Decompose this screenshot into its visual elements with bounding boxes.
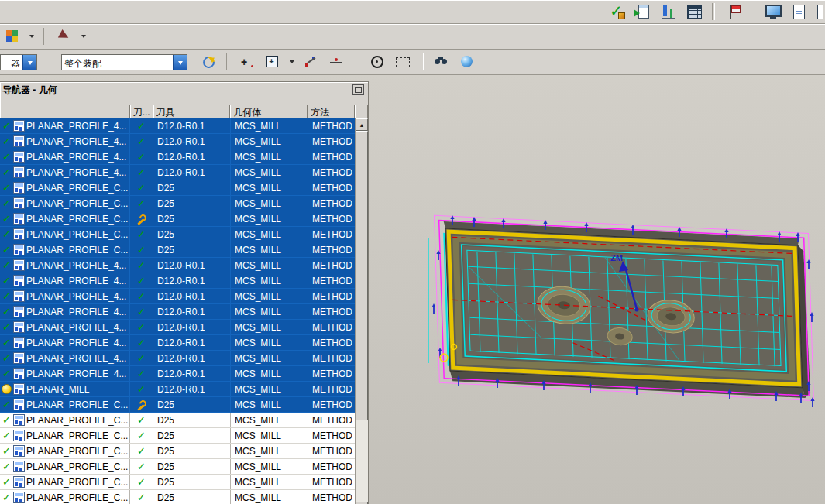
operation-name-cell[interactable]: PLANAR_PROFILE_C... bbox=[0, 413, 130, 427]
geometry-cell[interactable]: MCS_MILL bbox=[231, 227, 308, 242]
operation-name-cell[interactable]: PLANAR_PROFILE_C... bbox=[0, 227, 130, 242]
selection-scope-combo[interactable]: 整个装配 bbox=[61, 54, 187, 70]
toolpath-status-cell[interactable] bbox=[130, 475, 153, 489]
toolpath-status-cell[interactable] bbox=[130, 273, 153, 288]
method-cell[interactable]: METHOD bbox=[308, 227, 356, 242]
output-page-icon[interactable] bbox=[633, 2, 653, 21]
operation-name-cell[interactable]: PLANAR_PROFILE_4... bbox=[0, 134, 130, 149]
table-row[interactable]: PLANAR_PROFILE_C... D25 MCS_MILL METHOD bbox=[0, 428, 356, 444]
method-cell[interactable]: METHOD bbox=[308, 428, 356, 443]
column-header-geometry[interactable]: 几何体 bbox=[230, 105, 308, 118]
scroll-up-button[interactable] bbox=[356, 118, 368, 131]
operation-name-cell[interactable]: PLANAR_PROFILE_4... bbox=[0, 320, 130, 334]
toolpath-status-cell[interactable] bbox=[130, 366, 153, 381]
column-header-method[interactable]: 方法 bbox=[308, 105, 355, 118]
tool-cell[interactable]: D25 bbox=[153, 242, 231, 257]
geometry-cell[interactable]: MCS_MILL bbox=[231, 289, 308, 303]
operation-name-cell[interactable]: PLANAR_PROFILE_C... bbox=[0, 459, 130, 474]
refresh-icon[interactable] bbox=[198, 53, 218, 71]
toolpath-status-cell[interactable] bbox=[130, 428, 153, 443]
rectangle-select-icon[interactable] bbox=[393, 53, 413, 71]
panel-title-bar[interactable]: 导航器 - 几何 bbox=[0, 82, 368, 98]
geometry-cell[interactable]: MCS_MILL bbox=[231, 428, 308, 443]
table-row[interactable]: PLANAR_PROFILE_C... D25 MCS_MILL METHOD bbox=[0, 397, 356, 413]
geometry-cell[interactable]: MCS_MILL bbox=[231, 118, 308, 133]
operation-name-cell[interactable]: PLANAR_PROFILE_C... bbox=[0, 242, 130, 257]
center-snap-icon[interactable] bbox=[367, 53, 387, 71]
operation-name-cell[interactable]: PLANAR_PROFILE_C... bbox=[0, 475, 130, 489]
verify-toolpath-icon[interactable] bbox=[607, 2, 627, 21]
column-header-tool[interactable]: 刀具 bbox=[153, 105, 231, 118]
operation-name-cell[interactable]: PLANAR_PROFILE_C... bbox=[0, 490, 130, 504]
tool-cell[interactable]: D25 bbox=[153, 180, 231, 195]
operation-name-cell[interactable]: PLANAR_PROFILE_C... bbox=[0, 444, 130, 458]
operation-name-cell[interactable]: PLANAR_PROFILE_C... bbox=[0, 397, 130, 412]
toolpath-status-cell[interactable] bbox=[130, 304, 153, 319]
tool-cell[interactable]: D12.0-R0.1 bbox=[153, 320, 231, 334]
geometry-cell[interactable]: MCS_MILL bbox=[231, 242, 308, 257]
table-row[interactable]: PLANAR_PROFILE_C... D25 MCS_MILL METHOD bbox=[0, 475, 356, 490]
operation-name-cell[interactable]: PLANAR_PROFILE_4... bbox=[0, 149, 130, 164]
table-row[interactable]: PLANAR_PROFILE_4... D12.0-R0.1 MCS_MILL … bbox=[0, 258, 356, 273]
table-scrollbar[interactable] bbox=[355, 118, 368, 504]
partial-page-icon[interactable] bbox=[814, 2, 823, 21]
toolpath-status-cell[interactable] bbox=[130, 149, 153, 164]
method-cell[interactable]: METHOD bbox=[308, 490, 356, 504]
geometry-cell[interactable]: MCS_MILL bbox=[231, 366, 308, 381]
method-cell[interactable]: METHOD bbox=[308, 475, 356, 489]
toolpath-status-cell[interactable] bbox=[130, 444, 153, 458]
geometry-cell[interactable]: MCS_MILL bbox=[231, 459, 308, 474]
tool-cell[interactable]: D25 bbox=[153, 490, 231, 504]
geometry-cell[interactable]: MCS_MILL bbox=[231, 304, 308, 319]
tool-cell[interactable]: D25 bbox=[153, 475, 231, 489]
toolpath-status-cell[interactable] bbox=[130, 459, 153, 474]
table-row[interactable]: PLANAR_MILL D12.0-R0.1 MCS_MILL METHOD bbox=[0, 382, 356, 397]
tool-cell[interactable]: D12.0-R0.1 bbox=[153, 289, 231, 303]
toolpath-status-cell[interactable] bbox=[130, 335, 153, 350]
scrollbar-thumb[interactable] bbox=[356, 131, 368, 420]
table-row[interactable]: PLANAR_PROFILE_4... D12.0-R0.1 MCS_MILL … bbox=[0, 273, 356, 289]
operation-name-cell[interactable]: PLANAR_PROFILE_4... bbox=[0, 366, 130, 381]
geometry-cell[interactable]: MCS_MILL bbox=[231, 413, 308, 427]
table-row[interactable]: PLANAR_PROFILE_C... D25 MCS_MILL METHOD bbox=[0, 180, 356, 196]
dropdown-arrow[interactable] bbox=[288, 53, 296, 70]
document-icon[interactable] bbox=[789, 2, 809, 21]
table-row[interactable]: PLANAR_PROFILE_C... D25 MCS_MILL METHOD bbox=[0, 211, 356, 227]
toolpath-status-cell[interactable] bbox=[130, 289, 153, 303]
method-cell[interactable]: METHOD bbox=[308, 242, 356, 257]
method-cell[interactable]: METHOD bbox=[308, 180, 356, 195]
tool-cell[interactable]: D12.0-R0.1 bbox=[153, 258, 231, 273]
table-row[interactable]: PLANAR_PROFILE_4... D12.0-R0.1 MCS_MILL … bbox=[0, 149, 356, 165]
geometry-cell[interactable]: MCS_MILL bbox=[231, 335, 308, 350]
operation-name-cell[interactable]: PLANAR_PROFILE_4... bbox=[0, 304, 130, 319]
shop-doc-icon[interactable] bbox=[684, 2, 704, 21]
operation-name-cell[interactable]: PLANAR_PROFILE_4... bbox=[0, 118, 130, 133]
geometry-cell[interactable]: MCS_MILL bbox=[231, 490, 308, 504]
tool-cell[interactable]: D12.0-R0.1 bbox=[153, 351, 231, 365]
selection-scope-dropdown[interactable] bbox=[173, 55, 187, 70]
operation-name-cell[interactable]: PLANAR_PROFILE_C... bbox=[0, 180, 130, 195]
toolpath-status-cell[interactable] bbox=[130, 382, 153, 396]
selection-filter-combo[interactable]: 器 bbox=[0, 54, 37, 70]
geometry-cell[interactable]: MCS_MILL bbox=[231, 149, 308, 164]
method-cell[interactable]: METHOD bbox=[308, 149, 356, 164]
tool-cell[interactable]: D25 bbox=[153, 428, 231, 443]
point-dialog-icon[interactable] bbox=[263, 53, 283, 71]
geometry-cell[interactable]: MCS_MILL bbox=[231, 258, 308, 273]
tool-cell[interactable]: D25 bbox=[153, 444, 231, 458]
table-row[interactable]: PLANAR_PROFILE_C... D25 MCS_MILL METHOD bbox=[0, 227, 356, 242]
geometry-cell[interactable]: MCS_MILL bbox=[231, 397, 308, 412]
tool-cell[interactable]: D25 bbox=[153, 196, 231, 211]
operation-name-cell[interactable]: PLANAR_PROFILE_4... bbox=[0, 351, 130, 365]
monitor-icon[interactable] bbox=[763, 2, 783, 21]
geometry-cell[interactable]: MCS_MILL bbox=[231, 211, 308, 226]
dropdown-arrow[interactable] bbox=[28, 28, 36, 45]
geometry-cell[interactable]: MCS_MILL bbox=[231, 273, 308, 288]
toolpath-status-cell[interactable] bbox=[130, 165, 153, 180]
end-point-snap-icon[interactable] bbox=[301, 53, 321, 71]
geometry-cell[interactable]: MCS_MILL bbox=[231, 165, 308, 180]
method-cell[interactable]: METHOD bbox=[308, 366, 356, 381]
method-cell[interactable]: METHOD bbox=[308, 351, 356, 365]
tool-cell[interactable]: D12.0-R0.1 bbox=[153, 382, 231, 396]
geometry-cell[interactable]: MCS_MILL bbox=[231, 180, 308, 195]
